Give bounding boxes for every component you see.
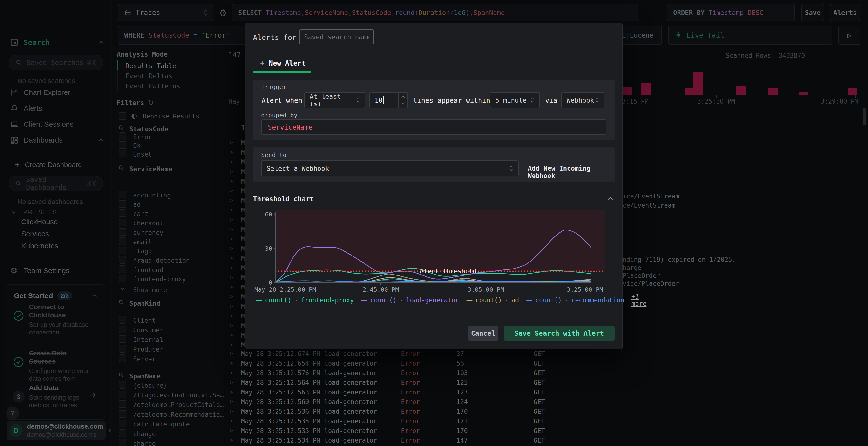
alert-threshold-label: Alert Threshold (420, 268, 477, 275)
chevron-up-down-icon (594, 96, 600, 104)
grouped-by-input[interactable]: ServiceName (261, 119, 607, 135)
hyperdx-app: HyperDX Traces ⚙ SELECT Timestamp,Servic… (0, 0, 868, 446)
legend-item[interactable]: count()·frontend-proxy (256, 297, 354, 304)
grouped-by-label: grouped by (261, 112, 298, 119)
threshold-value-input[interactable]: 10 (369, 92, 408, 108)
legend-more-button[interactable]: +3 more (631, 293, 647, 307)
via-label: via (545, 97, 557, 105)
chevron-up-down-icon (355, 96, 362, 104)
webhook-select[interactable]: Select a Webhook (261, 160, 519, 176)
grouped-by-value: ServiceName (268, 123, 312, 131)
legend-swatch (256, 300, 262, 301)
x-tick-label: 2:45:00 PM (363, 286, 399, 293)
channel-select[interactable]: Webhook (561, 92, 604, 108)
above-threshold-region (276, 210, 606, 271)
x-tick-label: 3:05:00 PM (468, 286, 504, 293)
condition-select[interactable]: At least (≥) (304, 92, 365, 108)
cancel-button[interactable]: Cancel (468, 326, 498, 341)
threshold-chart: Alert Threshold03060May 28 2:25:00 PM2:4… (253, 206, 615, 294)
chevron-down-icon (401, 102, 405, 105)
text-caret (383, 96, 383, 104)
legend-swatch (526, 300, 532, 301)
legend-item[interactable]: count()·recommendation (526, 297, 624, 304)
x-tick-label: 3:25:00 PM (567, 286, 603, 293)
number-stepper[interactable] (398, 93, 407, 108)
plus-icon: + (260, 59, 265, 67)
legend-swatch (361, 300, 367, 301)
y-tick-label: 30 (265, 245, 272, 252)
chevron-up-down-icon (529, 96, 536, 104)
tab-label: New Alert (269, 59, 306, 67)
lines-within-label: lines appear within (413, 97, 490, 105)
chevron-up-down-icon (508, 164, 515, 172)
legend-item[interactable]: count()·load-generator (361, 297, 459, 304)
chart-legend: count()·frontend-proxycount()·load-gener… (256, 295, 646, 305)
threshold-chart-label: Threshold chart (253, 195, 314, 203)
active-tab-underline (253, 71, 311, 73)
trigger-panel: Trigger Alert when At least (≥) 10 lines… (253, 80, 615, 140)
time-window-select[interactable]: 5 minute (490, 92, 539, 108)
tab-new-alert[interactable]: + New Alert (260, 56, 306, 70)
trigger-label: Trigger (261, 83, 286, 91)
add-webhook-button[interactable]: Add New Incoming Webhook (528, 165, 615, 179)
x-tick-label: May 28 2:25:00 PM (254, 286, 316, 293)
y-tick-label: 0 (269, 279, 272, 286)
send-to-label: Send to (261, 151, 286, 159)
legend-swatch (466, 300, 472, 301)
chevron-up-icon[interactable] (607, 195, 614, 202)
y-tick-label: 60 (265, 211, 272, 218)
send-to-panel: Send to Select a Webhook Add New Incomin… (253, 147, 615, 182)
saved-search-name-input[interactable] (299, 29, 374, 44)
save-search-with-alert-button[interactable]: Save Search with Alert (504, 326, 615, 341)
alert-when-label: Alert when (261, 97, 302, 105)
modal-title: Alerts for (253, 33, 297, 42)
chevron-up-icon (401, 95, 405, 99)
alerts-modal: Alerts for + New Alert Trigger Alert whe… (245, 23, 623, 349)
legend-item[interactable]: count()·ad (466, 297, 519, 304)
tabs-divider (311, 72, 615, 72)
